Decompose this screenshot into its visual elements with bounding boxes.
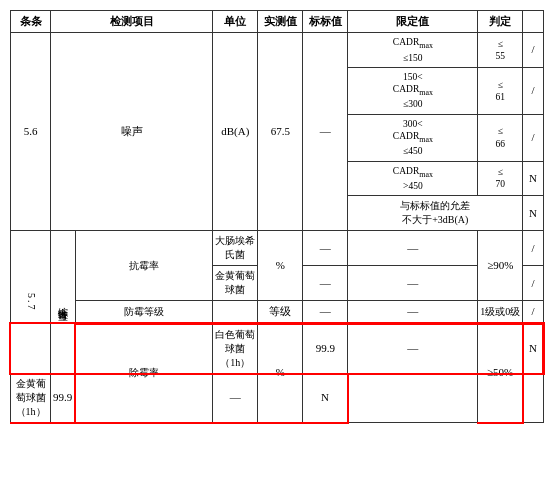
- noise-limit-2-val: ≤61: [478, 67, 523, 114]
- mold-staph-reference: —: [348, 266, 478, 301]
- noise-limit-1-val: ≤55: [478, 33, 523, 68]
- mold-ecoli-measured: —: [303, 231, 348, 266]
- col-header-limit: 限定值: [348, 11, 478, 33]
- mold-removal-limit: ≥50%: [478, 324, 523, 423]
- noise-limit-4-val: ≤70: [478, 161, 523, 196]
- mold-gold-staph-reference: —: [213, 373, 258, 423]
- mold-removal-label: 除霉率: [75, 324, 213, 423]
- noise-item: 噪声: [51, 33, 213, 231]
- mold-moldproof-judgment: /: [523, 301, 543, 324]
- mold-ecoli-judgment: /: [523, 231, 543, 266]
- col-header-item: 检测项目: [51, 11, 213, 33]
- noise-judgment-1: /: [523, 33, 543, 68]
- noise-limit-3: 300<CADRmax≤450: [348, 114, 478, 161]
- mold-antifungal-label: 抗霉率: [75, 231, 213, 301]
- mold-gold-staph-measured: 99.9: [51, 373, 76, 423]
- noise-measured: 67.5: [258, 33, 303, 231]
- mold-white-staph-item: 白色葡萄球菌（1h）: [213, 324, 258, 374]
- mold-staph-measured: —: [303, 266, 348, 301]
- mold-white-staph-measured: 99.9: [303, 324, 348, 374]
- mold-gold-staph-judgment: N: [303, 373, 348, 423]
- mold-gold-staph-item: 金黄葡萄球菌（1h）: [11, 373, 51, 423]
- noise-row-1: 5.6 噪声 dB(A) 67.5 — CADRmax≤150 ≤55 /: [11, 33, 544, 68]
- noise-unit: dB(A): [213, 33, 258, 231]
- noise-limit-4: CADRmax>450: [348, 161, 478, 196]
- mold-row-1: 5.7 综合性考查 抗霉率 大肠埃希氏菌 % — — ≥90% /: [11, 231, 544, 266]
- noise-judgment-5: N: [523, 196, 543, 231]
- noise-judgment-4: N: [523, 161, 543, 196]
- table-header-row: 条条 检测项目 单位 实测值 标标值 限定值 判定: [11, 11, 544, 33]
- mold-ecoli-reference: —: [348, 231, 478, 266]
- mold-antifungal-limit: ≥90%: [478, 231, 523, 301]
- noise-judgment-3: /: [523, 114, 543, 161]
- mold-item-ecoli: 大肠埃希氏菌: [213, 231, 258, 266]
- noise-limit-3-val: ≤66: [478, 114, 523, 161]
- noise-limit-5: 与标标值的允差不大于+3dB(A): [348, 196, 523, 231]
- mold-moldproof-unit: 等级: [258, 301, 303, 324]
- mold-row-4-white: 除霉率 白色葡萄球菌（1h） % 99.9 — ≥50% N: [11, 324, 544, 374]
- mold-moldproof-reference: —: [348, 301, 478, 324]
- mold-white-staph-reference: —: [348, 324, 478, 374]
- mold-group-label: 综合性考查: [51, 231, 76, 373]
- inspection-table: 条条 检测项目 单位 实测值 标标值 限定值 判定 5.6 噪声 dB(A) 6…: [10, 10, 544, 424]
- col-header-unit: 单位: [213, 11, 258, 33]
- mold-staph-judgment: /: [523, 266, 543, 301]
- mold-white-staph-judgment: N: [523, 324, 543, 374]
- noise-limit-2: 150<CADRmax≤300: [348, 67, 478, 114]
- col-header-reference: 标标值: [303, 11, 348, 33]
- noise-clause: 5.6: [11, 33, 51, 231]
- mold-removal-unit: %: [258, 324, 303, 423]
- mold-row-3: 防霉等级 等级 — — 1级或0级 /: [11, 301, 544, 324]
- col-header-measured: 实测值: [258, 11, 303, 33]
- noise-judgment-2: /: [523, 67, 543, 114]
- noise-limit-1: CADRmax≤150: [348, 33, 478, 68]
- main-table-container: 条条 检测项目 单位 实测值 标标值 限定值 判定 5.6 噪声 dB(A) 6…: [10, 10, 544, 424]
- mold-antifungal-unit: %: [258, 231, 303, 301]
- mold-moldproof-limit: 1级或0级: [478, 301, 523, 324]
- mold-clause: 5.7: [11, 231, 51, 373]
- mold-item-staph: 金黄葡萄球菌: [213, 266, 258, 301]
- noise-reference: —: [303, 33, 348, 231]
- col-header-judgment: 判定: [478, 11, 523, 33]
- col-header-clause: 条条: [11, 11, 51, 33]
- mold-moldproof-measured: —: [303, 301, 348, 324]
- mold-moldproof-label: 防霉等级: [75, 301, 213, 324]
- mold-moldproof-item: [213, 301, 258, 324]
